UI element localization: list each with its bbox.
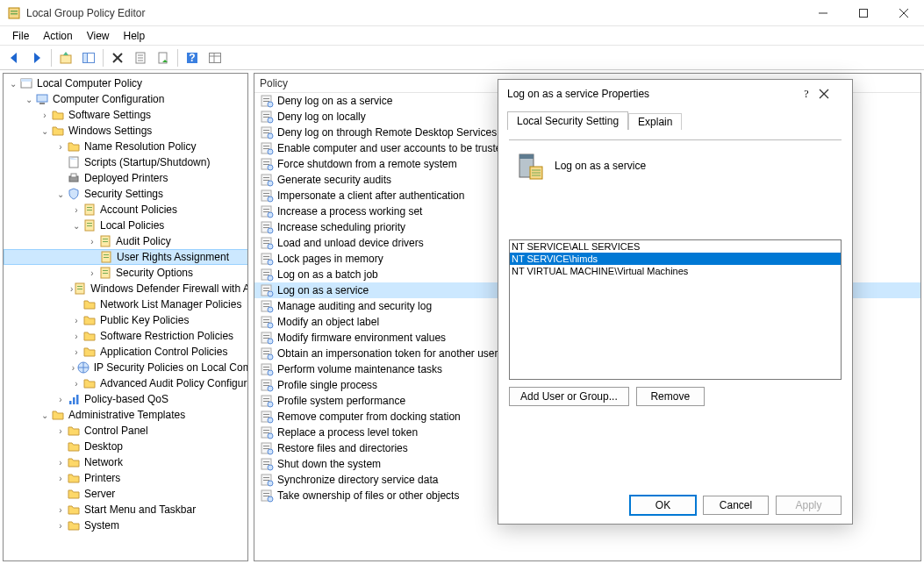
tree-item[interactable]: ›Windows Defender Firewall with Advanced… [4, 281, 248, 296]
show-hide-tree-button[interactable] [78, 47, 99, 68]
dialog-close-button[interactable] [819, 89, 843, 99]
help-button[interactable]: ? [182, 47, 203, 68]
chevron-right-icon[interactable]: › [54, 142, 67, 152]
tree-item[interactable]: •Scripts (Startup/Shutdown) [4, 154, 248, 170]
chevron-right-icon[interactable]: › [54, 505, 67, 515]
policy-item-icon [260, 489, 274, 503]
menu-view[interactable]: View [80, 28, 117, 44]
tree-item[interactable]: ›Software Settings [4, 107, 248, 123]
tree-item[interactable]: •Deployed Printers [4, 170, 248, 186]
tree-item-label: Deployed Printers [84, 172, 168, 184]
svg-rect-81 [263, 196, 269, 196]
svg-rect-60 [263, 114, 269, 115]
filter-button[interactable] [204, 47, 226, 68]
tree-item[interactable]: •User Rights Assignment [4, 249, 248, 265]
chevron-down-icon[interactable]: ⌄ [39, 411, 51, 420]
tree-item-label: Administrative Templates [68, 409, 185, 421]
chevron-down-icon[interactable]: ⌄ [23, 95, 35, 104]
cancel-button[interactable]: Cancel [703, 496, 769, 515]
chevron-right-icon[interactable]: › [54, 458, 67, 468]
tree-item[interactable]: ⌄Local Computer Policy [4, 75, 248, 91]
chevron-right-icon[interactable]: › [86, 268, 98, 278]
menu-file[interactable]: File [5, 28, 36, 44]
chevron-right-icon[interactable]: › [39, 111, 51, 120]
account-row[interactable]: NT SERVICE\himds [510, 253, 841, 265]
apply-button[interactable]: Apply [776, 496, 842, 515]
tree-item[interactable]: ›Public Key Policies [4, 312, 248, 328]
maximize-button[interactable] [843, 0, 884, 26]
tree-item[interactable]: ⌄Security Settings [4, 186, 248, 202]
tab-explain[interactable]: Explain [628, 113, 682, 130]
forward-button[interactable] [26, 47, 47, 68]
tree-item[interactable]: •Network List Manager Policies [4, 296, 248, 312]
delete-button[interactable] [107, 47, 128, 68]
svg-point-110 [268, 307, 273, 312]
menu-help[interactable]: Help [117, 28, 153, 44]
svg-rect-64 [263, 130, 269, 131]
add-user-button[interactable]: Add User or Group... [509, 387, 629, 406]
svg-rect-32 [71, 174, 76, 177]
chevron-down-icon[interactable]: ⌄ [39, 126, 51, 136]
tree-item[interactable]: ›Audit Policy [4, 233, 248, 249]
svg-rect-34 [87, 207, 92, 208]
tree-item[interactable]: ›Account Policies [4, 202, 248, 218]
policy-item-icon [260, 378, 274, 392]
chevron-right-icon[interactable]: › [70, 332, 82, 341]
chevron-down-icon[interactable]: ⌄ [54, 189, 67, 199]
chevron-right-icon[interactable]: › [54, 521, 67, 531]
tree-item[interactable]: ⌄Computer Configuration [4, 91, 248, 107]
chevron-right-icon[interactable]: › [70, 363, 76, 373]
properties-button[interactable] [130, 47, 151, 68]
svg-text:?: ? [189, 52, 195, 64]
tree-item[interactable]: ›System [4, 518, 248, 533]
tree-item[interactable]: ›Control Panel [4, 423, 248, 439]
chevron-right-icon[interactable]: › [70, 347, 82, 357]
chevron-down-icon[interactable]: ⌄ [70, 221, 82, 231]
tree-item[interactable]: ›Advanced Audit Policy Configuration [4, 375, 248, 391]
close-button[interactable] [884, 0, 924, 26]
account-row[interactable]: NT SERVICE\ALL SERVICES [510, 240, 841, 253]
chevron-right-icon[interactable]: › [70, 205, 82, 215]
chevron-down-icon[interactable]: ⌄ [7, 79, 19, 89]
svg-rect-57 [263, 101, 269, 102]
chevron-right-icon[interactable]: › [70, 316, 82, 325]
dialog-help-button[interactable]: ? [794, 88, 819, 101]
tree-item[interactable]: ›Security Options [4, 265, 248, 281]
tree-item[interactable]: •Server [4, 486, 248, 502]
chevron-right-icon[interactable]: › [54, 474, 67, 483]
tree-item[interactable]: ⌄Local Policies [4, 218, 248, 233]
folder-icon [82, 376, 97, 390]
remove-button[interactable]: Remove [636, 387, 705, 406]
tree-item[interactable]: ›Printers [4, 470, 248, 486]
list-item-label: Shut down the system [277, 458, 381, 470]
tree-item[interactable]: ›Name Resolution Policy [4, 139, 248, 154]
accounts-list[interactable]: NT SERVICE\ALL SERVICESNT SERVICE\himdsN… [509, 239, 842, 380]
tree-item[interactable]: ›Network [4, 454, 248, 470]
back-button[interactable] [4, 47, 25, 68]
tab-local-security-setting[interactable]: Local Security Setting [507, 111, 628, 130]
dialog-tabs: Local Security SettingExplain [498, 108, 852, 129]
account-row[interactable]: NT VIRTUAL MACHINE\Virtual Machines [510, 265, 841, 277]
up-button[interactable] [55, 47, 76, 68]
tree-item[interactable]: ›IP Security Policies on Local Computer [4, 360, 248, 375]
chevron-right-icon[interactable]: › [54, 395, 67, 404]
chevron-right-icon[interactable]: › [70, 379, 82, 389]
tree-item[interactable]: ⌄Administrative Templates [4, 407, 248, 423]
policy-icon [98, 234, 112, 248]
policy-item-icon [260, 236, 274, 250]
tree-item[interactable]: ›Policy-based QoS [4, 391, 248, 407]
tree-item[interactable]: ›Software Restriction Policies [4, 328, 248, 344]
tree-item-label: IP Security Policies on Local Computer [94, 361, 248, 374]
chevron-right-icon[interactable]: › [86, 237, 98, 246]
export-list-button[interactable] [153, 47, 174, 68]
tree-item[interactable]: ›Start Menu and Taskbar [4, 502, 248, 518]
tree-item[interactable]: ⌄Windows Settings [4, 123, 248, 139]
ok-button[interactable]: OK [630, 496, 696, 515]
menu-action[interactable]: Action [36, 28, 79, 44]
minimize-button[interactable] [803, 0, 843, 26]
tree-item[interactable]: ›Application Control Policies [4, 344, 248, 360]
chevron-right-icon[interactable]: › [54, 426, 67, 436]
tree-panel[interactable]: ⌄Local Computer Policy⌄Computer Configur… [3, 73, 248, 561]
tree-item[interactable]: •Desktop [4, 439, 248, 454]
svg-point-142 [268, 433, 273, 439]
